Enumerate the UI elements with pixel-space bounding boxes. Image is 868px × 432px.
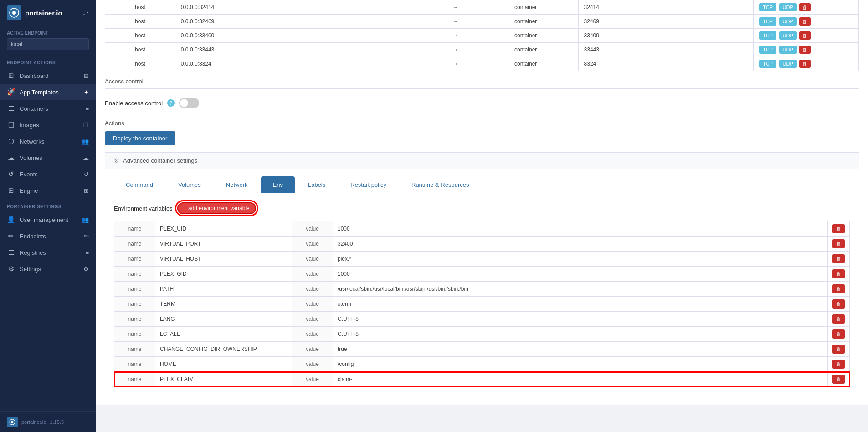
tab-network[interactable]: Network [214,176,260,193]
sidebar-item-registries[interactable]: ☰ Registries ≡ [0,244,96,261]
delete-env-button[interactable]: 🗑 [832,360,845,369]
container-label: container [473,15,578,29]
sidebar-label-app-templates: App Templates [20,89,59,96]
container-port: 8324 [578,57,754,71]
endpoint-actions-label: ENDPOINT ACTIONS [0,55,96,67]
events-history-icon: ↺ [84,171,89,178]
env-name-value: VIRTUAL_PORT [155,237,292,252]
env-name-value: HOME [155,357,292,372]
sidebar-item-images[interactable]: ❑ Images ❐ [0,117,96,133]
arrow-icon: → [438,29,473,43]
container-port: 33400 [578,29,754,43]
transfer-icon: ⇌ [83,9,89,17]
env-name-label: name [114,327,155,342]
tcp-button[interactable]: TCP [759,31,776,40]
sidebar-label-endpoints: Endpoints [20,233,46,240]
tab-labels[interactable]: Labels [296,176,337,193]
arrow-icon: → [438,0,473,15]
tab-runtime-resources[interactable]: Runtime & Resources [400,176,481,193]
actions-title: Actions [105,120,859,127]
events-icon: ↺ [7,170,15,178]
delete-env-button[interactable]: 🗑 [832,375,845,384]
delete-env-button[interactable]: 🗑 [832,254,845,263]
sidebar-item-volumes[interactable]: ☁ Volumes ☁ [0,149,96,166]
help-icon[interactable]: ? [167,99,175,107]
tcp-button[interactable]: TCP [759,60,776,68]
tcp-button[interactable]: TCP [759,3,776,11]
tcp-button[interactable]: TCP [759,17,776,26]
env-value-value: xterm [333,297,828,312]
delete-env-button[interactable]: 🗑 [832,224,845,233]
table-row: host 0.0.0.0:32469 → container 32469 TCP… [105,15,859,29]
tab-restart-policy[interactable]: Restart policy [339,176,398,193]
delete-port-button[interactable]: 🗑 [799,3,811,11]
sidebar-label-user-management: User management [20,216,68,223]
endpoint-select[interactable]: local [7,38,89,50]
advanced-settings-bar[interactable]: ⚙ Advanced container settings [105,152,859,169]
settings-section-label: PORTAINER SETTINGS [0,199,96,211]
sidebar-item-events[interactable]: ↺ Events ↺ [0,166,96,182]
env-delete-cell: 🗑 [828,357,850,372]
tcp-button[interactable]: TCP [759,46,776,54]
protocol-buttons: TCP UDP 🗑 [754,15,859,29]
env-row: name PLEX_CLAIM value claim- 🗑 [114,372,850,387]
app-templates-icon: 🚀 [7,88,15,96]
env-name-value: LC_ALL [155,327,292,342]
env-value-value: true [333,342,828,357]
sidebar-item-user-management[interactable]: 👤 User management 👥 [0,211,96,228]
footer-logo-icon [7,417,18,427]
udp-button[interactable]: UDP [779,31,797,40]
env-name-value: PLEX_CLAIM [155,372,292,387]
delete-port-button[interactable]: 🗑 [799,46,811,54]
env-name-value: LANG [155,312,292,327]
delete-env-button[interactable]: 🗑 [832,269,845,278]
table-row: host 0.0.0.0:8324 → container 8324 TCP U… [105,57,859,71]
sidebar-item-containers[interactable]: ☰ Containers ≡ [0,100,96,117]
delete-env-button[interactable]: 🗑 [832,345,845,354]
sidebar-item-settings[interactable]: ⚙ Settings ⚙ [0,261,96,277]
env-row: name HOME value /config 🗑 [114,357,850,372]
sidebar-logo: portainer.io ⇌ [0,0,96,26]
settings-icon: ⚙ [7,265,15,273]
delete-env-button[interactable]: 🗑 [832,329,845,339]
deploy-button[interactable]: Deploy the container [105,131,175,145]
sidebar-item-networks[interactable]: ⬡ Networks 👥 [0,133,96,149]
access-control-toggle[interactable] [179,98,199,108]
main-content: host 0.0.0.0:32414 → container 32414 TCP… [96,0,868,432]
env-name-label: name [114,237,155,252]
tab-env[interactable]: Env [261,176,295,193]
tab-command[interactable]: Command [114,176,165,193]
tab-volumes[interactable]: Volumes [166,176,213,193]
host-ip: 0.0.0.0:33443 [175,43,438,57]
delete-env-button[interactable]: 🗑 [832,284,845,293]
udp-button[interactable]: UDP [779,3,797,11]
add-env-variable-button[interactable]: + add environment variable [177,202,256,214]
env-value-label: value [292,327,333,342]
enable-access-label: Enable access control [105,100,163,107]
engine-grid-icon: ⊞ [84,187,89,194]
delete-port-button[interactable]: 🗑 [799,60,811,68]
delete-port-button[interactable]: 🗑 [799,31,811,40]
env-name-label: name [114,221,155,237]
sidebar-item-engine[interactable]: ⊞ Engine ⊞ [0,182,96,199]
sidebar-label-images: Images [20,122,39,129]
sidebar-label-engine: Engine [20,187,38,194]
protocol-buttons: TCP UDP 🗑 [754,43,859,57]
delete-env-button[interactable]: 🗑 [832,239,845,248]
delete-env-button[interactable]: 🗑 [832,314,845,324]
actions-section: Actions Deploy the container [105,113,859,152]
protocol-buttons: TCP UDP 🗑 [754,0,859,15]
delete-port-button[interactable]: 🗑 [799,17,811,26]
udp-button[interactable]: UDP [779,17,797,26]
sidebar-label-volumes: Volumes [20,154,42,161]
sidebar-item-app-templates[interactable]: 🚀 App Templates ✦ [0,84,96,100]
env-value-value: C.UTF-8 [333,327,828,342]
env-value-value: /usr/local/sbin:/usr/local/bin:/usr/sbin… [333,282,828,297]
delete-env-button[interactable]: 🗑 [832,299,845,309]
env-delete-cell: 🗑 [828,221,850,237]
sidebar-item-dashboard[interactable]: ⊞ Dashboard ⊟ [0,67,96,84]
env-name-value: PATH [155,282,292,297]
udp-button[interactable]: UDP [779,60,797,68]
sidebar-item-endpoints[interactable]: ✏ Endpoints ✏ [0,228,96,244]
udp-button[interactable]: UDP [779,46,797,54]
